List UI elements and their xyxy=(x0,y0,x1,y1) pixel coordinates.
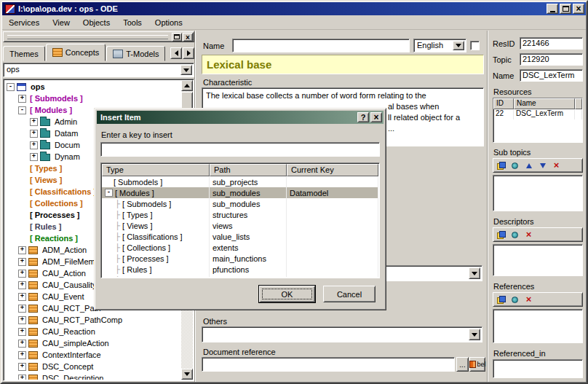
language-combo[interactable]: English xyxy=(413,39,466,52)
dialog-title-bar[interactable]: Insert Item xyxy=(97,111,384,124)
scroll-down-button[interactable] xyxy=(181,369,193,380)
resources-table[interactable]: IDName 22DSC_LexTerm xyxy=(493,98,583,143)
resource-row[interactable]: 22DSC_LexTerm xyxy=(493,109,582,119)
key-input[interactable] xyxy=(100,142,380,157)
column-type[interactable]: Type xyxy=(102,164,210,176)
tab-concepts[interactable]: Concepts xyxy=(46,44,106,61)
tree-item[interactable]: +CAU_Reaction xyxy=(5,326,180,337)
close-panel-button[interactable] xyxy=(183,33,193,42)
float-panel-button[interactable] xyxy=(172,33,182,42)
tree-item[interactable]: +CAU_RCT_PathComp xyxy=(5,314,180,326)
document-icon-button[interactable]: bel xyxy=(469,357,485,372)
resources-column-name[interactable]: Name xyxy=(514,98,575,109)
expand-box-icon[interactable]: + xyxy=(18,246,26,254)
language-checkbox[interactable] xyxy=(470,41,480,50)
scroll-up-button[interactable] xyxy=(181,80,193,91)
menu-services[interactable]: Services xyxy=(2,17,46,28)
tree-item[interactable]: +ContextInterface xyxy=(5,349,180,361)
scope-combo[interactable]: ops xyxy=(3,63,194,77)
expand-box-icon[interactable]: + xyxy=(18,375,26,380)
expand-box-icon[interactable]: + xyxy=(18,340,26,348)
maximize-button[interactable] xyxy=(560,4,571,14)
resid-field[interactable]: 221466 xyxy=(520,37,583,50)
insert-table-row[interactable]: ├[ Submodels ]sub_modules xyxy=(102,198,378,209)
hidden-section-combo-arrow[interactable] xyxy=(469,267,480,279)
expand-box-icon[interactable]: + xyxy=(18,316,26,324)
expand-box-icon[interactable]: + xyxy=(18,258,26,266)
menu-tools[interactable]: Tools xyxy=(116,17,148,28)
expand-box-icon[interactable]: + xyxy=(18,305,26,313)
expand-box-icon[interactable]: + xyxy=(30,153,38,161)
expand-box-icon[interactable]: + xyxy=(18,293,26,301)
ok-button[interactable]: OK xyxy=(259,286,315,302)
topic-field[interactable]: 212920 xyxy=(520,53,583,66)
scope-combo-arrow[interactable] xyxy=(180,65,192,75)
others-field-arrow[interactable] xyxy=(469,329,480,340)
resources-column-id[interactable]: ID xyxy=(493,98,514,109)
column-current-key[interactable]: Current Key xyxy=(287,164,378,176)
add-button[interactable] xyxy=(494,293,508,306)
tree-item[interactable]: +DSC_Description xyxy=(5,372,180,380)
referenced-in-list[interactable] xyxy=(493,359,583,378)
remove-button[interactable] xyxy=(522,228,536,241)
references-list[interactable] xyxy=(493,309,583,343)
name-field[interactable]: DSC_LexTerm xyxy=(520,69,583,82)
insert-table-row[interactable]: [ Submodels ]sub_projects xyxy=(102,176,378,187)
tree-item[interactable]: -ops xyxy=(5,81,180,93)
expand-box-icon[interactable]: + xyxy=(18,270,26,278)
browse-button[interactable]: ... xyxy=(456,357,469,372)
link-button[interactable] xyxy=(508,228,522,241)
descriptors-list[interactable] xyxy=(493,244,583,276)
tab-themes[interactable]: Themes xyxy=(3,46,45,61)
menu-objects[interactable]: Objects xyxy=(76,17,116,28)
expand-box-icon[interactable]: + xyxy=(18,351,26,359)
insert-table-row[interactable]: ├[ Collections ]extents xyxy=(102,242,378,253)
add-button[interactable] xyxy=(494,228,508,241)
language-combo-arrow[interactable] xyxy=(453,41,464,50)
down-button[interactable] xyxy=(536,159,549,172)
add-button[interactable] xyxy=(494,159,508,172)
insert-table-row[interactable]: ├[ Reactions ]reactions xyxy=(102,275,378,277)
expand-box-icon[interactable]: + xyxy=(18,95,26,103)
dock-bar[interactable] xyxy=(3,31,194,42)
link-button[interactable] xyxy=(508,159,522,172)
document-reference-input[interactable] xyxy=(202,357,455,372)
tab-scroll-left-button[interactable] xyxy=(170,47,182,59)
remove-button[interactable] xyxy=(549,159,563,172)
menu-options[interactable]: Options xyxy=(148,17,189,28)
column-path[interactable]: Path xyxy=(210,164,287,176)
tree-item[interactable]: +DSC_Concept xyxy=(5,361,180,372)
sub-topics-list[interactable] xyxy=(493,175,583,211)
dialog-close-button[interactable] xyxy=(370,112,382,122)
expand-box-icon[interactable]: + xyxy=(18,328,26,336)
dialog-help-button[interactable] xyxy=(357,112,369,122)
insert-table-row[interactable]: ├[ Classifications ]value_lists xyxy=(102,231,378,242)
title-bar[interactable]: I:\opa\opa.dev : ops - ODE xyxy=(2,2,586,15)
collapse-box-icon[interactable]: - xyxy=(7,83,15,91)
tab-t-models[interactable]: T-Models xyxy=(106,46,165,61)
resources-column-extra[interactable] xyxy=(575,98,582,109)
close-button[interactable] xyxy=(573,4,584,14)
insert-table-row[interactable]: ├[ Views ]views xyxy=(102,220,378,231)
insert-table-row[interactable]: ├[ Processes ]main_functions xyxy=(102,253,378,264)
cancel-button[interactable]: Cancel xyxy=(323,286,376,302)
others-field[interactable] xyxy=(202,326,482,342)
expand-box-icon[interactable]: + xyxy=(30,118,38,126)
up-button[interactable] xyxy=(522,159,536,172)
menu-view[interactable]: View xyxy=(46,17,76,28)
name-input[interactable] xyxy=(232,39,410,52)
insert-table-row[interactable]: ├[ Rules ]pfunctions xyxy=(102,264,378,275)
expand-box-icon[interactable]: + xyxy=(30,141,38,149)
tab-scroll-right-button[interactable] xyxy=(183,47,194,59)
insert-table-row[interactable]: ├[ Types ]structures xyxy=(102,209,378,220)
expand-box-icon[interactable]: + xyxy=(18,281,26,289)
tree-item[interactable]: +CAU_simpleAction xyxy=(5,337,180,349)
insert-table-row[interactable]: -[ Modules ]sub_modulesDatamodel xyxy=(102,187,378,198)
link-button[interactable] xyxy=(508,293,522,306)
expand-box-icon[interactable]: + xyxy=(18,363,26,371)
remove-button[interactable] xyxy=(522,293,536,306)
collapse-box-icon[interactable]: - xyxy=(18,106,26,114)
expand-box-icon[interactable]: + xyxy=(30,130,38,138)
collapse-box-icon[interactable]: - xyxy=(105,189,113,197)
tree-item[interactable]: +[ Submodels ] xyxy=(5,93,180,104)
